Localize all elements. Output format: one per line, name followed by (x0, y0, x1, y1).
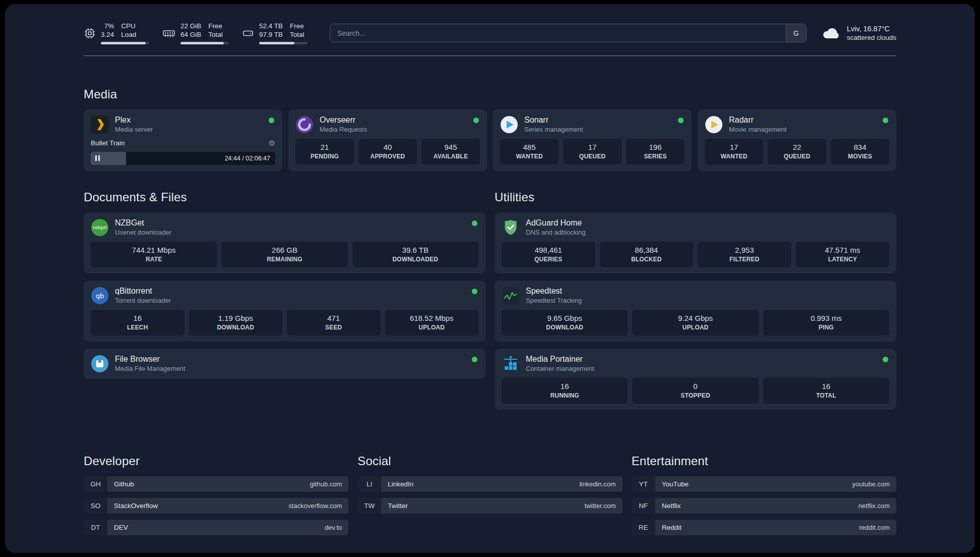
service-name: Sonarr (524, 116, 583, 125)
disk-bar (259, 42, 308, 44)
stat-queued: 22QUEUED (768, 139, 826, 164)
bookmark-youtube[interactable]: YT YouTubeyoutube.com (632, 476, 896, 492)
service-desc: Media Requests (320, 126, 367, 133)
cloud-icon (822, 26, 841, 40)
stat-wanted: 17WANTED (705, 139, 763, 164)
now-playing-title: Bullet Train (91, 139, 125, 147)
memory-label-bottom: Total (208, 31, 223, 39)
service-card-nzbget[interactable]: nzbget NZBGet Usenet downloader 744.21 M… (84, 212, 485, 273)
bookmark-dev[interactable]: DT DEVdev.to (84, 520, 348, 535)
svg-text:nzbget: nzbget (93, 226, 106, 230)
cpu-load: 3.24 (101, 31, 114, 39)
service-name: Overseerr (320, 116, 367, 125)
stat-upload: 9.24 GbpsUPLOAD (632, 310, 758, 336)
memory-label-top: Free (208, 22, 223, 31)
weather-widget[interactable]: Lviv, 16.87°C scattered clouds (822, 25, 896, 41)
stat-download: 1.19 GbpsDOWNLOAD (189, 310, 283, 336)
cpu-icon (84, 27, 96, 39)
service-desc: Torrent downloader (115, 297, 171, 304)
status-dot (883, 357, 888, 362)
disk-label-bottom: Total (290, 31, 304, 39)
search-input[interactable] (330, 24, 786, 42)
status-dot (472, 220, 477, 226)
topbar: 7% 3.24 CPU Load (84, 22, 896, 44)
bookmark-github[interactable]: GH Githubgithub.com (84, 476, 348, 492)
service-card-portainer[interactable]: Media Portainer Container management 16R… (495, 349, 896, 410)
service-name: AdGuard Home (526, 218, 586, 228)
bookmark-group-title: Social (357, 454, 622, 468)
bookmark-reddit[interactable]: RE Redditreddit.com (632, 520, 896, 535)
service-card-sonarr[interactable]: Sonarr Series management 485WANTED 17QUE… (493, 109, 692, 171)
stat-movies: 834MOVIES (831, 139, 889, 164)
nzbget-icon: nzbget (91, 218, 109, 237)
svg-text:qb: qb (96, 292, 104, 300)
radarr-icon (705, 116, 723, 134)
status-dot (473, 118, 479, 123)
service-name: Radarr (729, 116, 786, 125)
service-desc: Media server (115, 126, 153, 133)
pause-icon[interactable] (95, 155, 100, 161)
stat-pending: 21PENDING (295, 139, 354, 164)
service-card-plex[interactable]: Plex Media server Bullet Train ⚙ 24:44 /… (84, 109, 282, 171)
status-dot (472, 289, 477, 294)
speedtest-icon (502, 287, 520, 305)
service-card-filebrowser[interactable]: File Browser Media File Management (84, 349, 485, 379)
portainer-icon (502, 355, 520, 373)
service-name: File Browser (115, 355, 185, 364)
service-name: Plex (115, 116, 153, 125)
service-card-overseerr[interactable]: Overseerr Media Requests 21PENDING 40APP… (288, 109, 487, 171)
service-name: NZBGet (115, 218, 171, 228)
stat-filtered: 2,953FILTERED (698, 242, 791, 267)
stat-series: 196SERIES (626, 139, 685, 164)
stat-available: 945AVAILABLE (421, 139, 480, 164)
cpu-label-top: CPU (121, 22, 136, 31)
bookmark-group-title: Entertainment (632, 454, 896, 468)
bookmark-linkedin[interactable]: LI LinkedInlinkedin.com (357, 476, 622, 492)
settings-icon[interactable]: ⚙ (269, 139, 275, 148)
stat-rate: 744.21 MbpsRATE (91, 242, 217, 267)
bookmark-group-entertainment: Entertainment YT YouTubeyoutube.com NF N… (632, 454, 896, 541)
service-desc: Movie management (729, 126, 786, 133)
status-dot (678, 118, 684, 123)
stat-queries: 498,461QUERIES (502, 242, 595, 267)
search-bar: G (330, 24, 807, 42)
bookmark-twitter[interactable]: TW Twittertwitter.com (357, 498, 622, 514)
plex-player[interactable]: 24:44 / 02:06:47 (91, 152, 275, 165)
status-dot (472, 357, 477, 362)
bookmarks: Developer GH Githubgithub.com SO StackOv… (84, 454, 896, 541)
bookmark-group-developer: Developer GH Githubgithub.com SO StackOv… (84, 454, 348, 541)
disk-label-top: Free (290, 22, 304, 31)
memory-widget: 22 GiB 64 GiB Free Total (162, 22, 229, 44)
stat-download: 9.65 GbpsDOWNLOAD (502, 310, 628, 336)
stat-wanted: 485WANTED (500, 139, 559, 164)
service-name: Speedtest (526, 287, 582, 296)
disk-free: 52.4 TB (259, 22, 283, 31)
bookmark-group-social: Social LI LinkedInlinkedin.com TW Twitte… (357, 454, 622, 541)
service-card-radarr[interactable]: Radarr Movie management 17WANTED 22QUEUE… (698, 109, 896, 171)
overseerr-icon (295, 116, 314, 134)
section-media: Media Plex Media server Bullet Train ⚙ (84, 87, 896, 171)
sonarr-icon (500, 116, 518, 134)
service-desc: Container management (526, 365, 594, 372)
disk-icon (242, 27, 254, 39)
memory-icon (162, 27, 175, 39)
memory-free: 22 GiB (180, 22, 201, 31)
section-title-documents: Documents & Files (84, 190, 485, 204)
section-title-media: Media (84, 87, 896, 101)
service-name: Media Portainer (526, 355, 594, 364)
service-card-speedtest[interactable]: Speedtest Speedtest Tracking 9.65 GbpsDO… (495, 281, 896, 342)
dashboard: 7% 3.24 CPU Load (5, 4, 975, 553)
service-card-qbittorrent[interactable]: qb qBittorrent Torrent downloader 16LEEC… (84, 281, 485, 342)
cpu-bar (101, 42, 149, 44)
plex-icon (91, 116, 109, 134)
search-provider-button[interactable]: G (786, 24, 806, 42)
stat-latency: 47.571 msLATENCY (796, 242, 890, 267)
cpu-percent: 7% (101, 22, 114, 31)
stat-seed: 471SEED (287, 310, 381, 336)
bookmark-netflix[interactable]: NF Netflixnetflix.com (632, 498, 896, 514)
service-card-adguard[interactable]: AdGuard Home DNS and adblocking 498,461Q… (495, 212, 896, 273)
service-desc: Media File Management (115, 365, 185, 372)
stat-remaining: 266 GBREMAINING (221, 242, 347, 267)
bookmark-stackoverflow[interactable]: SO StackOverflowstackoverflow.com (84, 498, 348, 514)
stat-blocked: 86,384BLOCKED (600, 242, 694, 267)
